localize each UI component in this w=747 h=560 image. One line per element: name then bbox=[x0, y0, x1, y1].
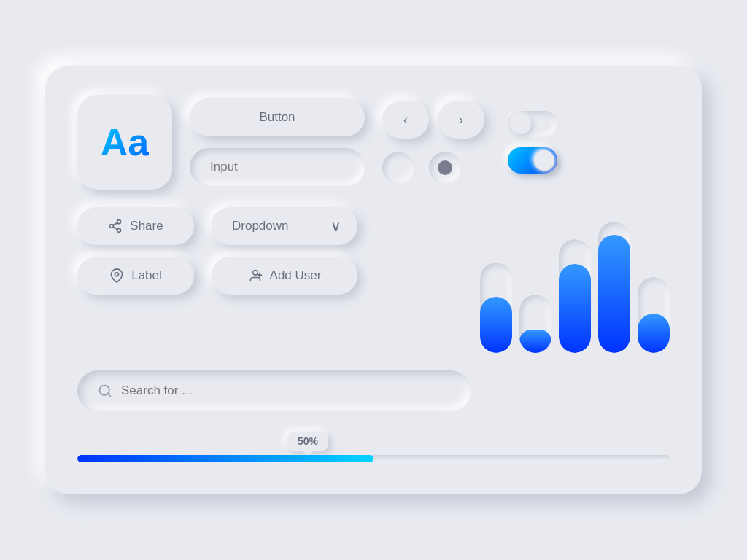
share-label: Share bbox=[130, 219, 163, 233]
bar-container-2 bbox=[519, 295, 551, 353]
bar-fill-3 bbox=[559, 264, 591, 353]
bar-5 bbox=[638, 207, 670, 353]
bar-container-3 bbox=[559, 239, 591, 353]
row-1: Aa Button ‹ › bbox=[77, 95, 670, 190]
share-btn[interactable]: Share bbox=[77, 207, 194, 245]
bar-3 bbox=[559, 207, 591, 353]
chevron-down-icon: ∨ bbox=[330, 217, 341, 235]
label-text: Label bbox=[131, 268, 162, 283]
arrow-left-btn[interactable]: ‹ bbox=[382, 101, 429, 139]
svg-line-3 bbox=[113, 227, 117, 229]
main-card: Aa Button ‹ › bbox=[45, 66, 702, 494]
progress-track[interactable] bbox=[77, 455, 670, 462]
progress-section: 50% bbox=[77, 432, 670, 462]
location-icon bbox=[109, 268, 124, 283]
bar-1 bbox=[480, 207, 512, 353]
row-3 bbox=[77, 370, 670, 411]
radio-inner-filled bbox=[438, 160, 452, 175]
toggle-col bbox=[508, 111, 557, 174]
bar-container-5 bbox=[638, 277, 670, 353]
button-btn[interactable]: Button bbox=[190, 98, 365, 136]
svg-point-5 bbox=[115, 273, 119, 276]
share-label-col: Share Label bbox=[77, 207, 194, 295]
search-icon bbox=[98, 384, 112, 398]
progress-fill bbox=[77, 455, 374, 462]
bar-2 bbox=[519, 207, 551, 353]
share-icon bbox=[108, 219, 123, 233]
dropdown-btn[interactable]: Dropdown ∨ bbox=[212, 207, 357, 245]
bar-container-1 bbox=[480, 262, 512, 353]
progress-tooltip: 50% bbox=[287, 432, 328, 451]
add-user-icon bbox=[248, 268, 263, 283]
bar-fill-2 bbox=[519, 330, 551, 353]
toggle-on[interactable] bbox=[508, 147, 557, 174]
toggle-knob-on bbox=[534, 150, 554, 171]
bar-fill-4 bbox=[598, 235, 630, 353]
bar-fill-5 bbox=[638, 314, 670, 353]
radio-inner-empty bbox=[391, 160, 406, 175]
radio-empty[interactable] bbox=[382, 152, 414, 184]
bar-container-4 bbox=[598, 222, 630, 353]
add-user-btn[interactable]: Add User bbox=[212, 257, 357, 295]
bar-4 bbox=[598, 207, 630, 353]
font-label: Aa bbox=[101, 120, 149, 164]
progress-label-wrap: 50% bbox=[77, 432, 670, 451]
dropdown-label: Dropdown bbox=[232, 219, 289, 233]
row-2: Share Label Dropdown ∨ bbox=[77, 207, 670, 353]
svg-line-4 bbox=[113, 222, 117, 225]
dropdown-adduser-col: Dropdown ∨ Add User bbox=[212, 207, 357, 295]
svg-line-10 bbox=[108, 394, 111, 397]
search-bar[interactable] bbox=[77, 370, 471, 411]
toggle-knob-off bbox=[511, 114, 531, 134]
bar-chart bbox=[480, 207, 670, 353]
search-input[interactable] bbox=[121, 384, 451, 398]
button-input-col: Button bbox=[190, 98, 365, 186]
arrow-row: ‹ › bbox=[382, 101, 484, 139]
svg-point-6 bbox=[252, 271, 258, 276]
toggle-off[interactable] bbox=[508, 111, 557, 137]
add-user-label: Add User bbox=[270, 268, 322, 283]
radio-filled[interactable] bbox=[429, 152, 461, 184]
input-field[interactable] bbox=[190, 148, 365, 186]
font-card: Aa bbox=[77, 95, 172, 190]
progress-tooltip-wrap: 50% bbox=[287, 432, 328, 451]
label-btn[interactable]: Label bbox=[77, 257, 194, 295]
bar-fill-1 bbox=[480, 297, 512, 353]
arrows-radios-col: ‹ › bbox=[382, 101, 484, 184]
radio-group bbox=[382, 152, 484, 184]
arrow-right-btn[interactable]: › bbox=[438, 101, 484, 139]
